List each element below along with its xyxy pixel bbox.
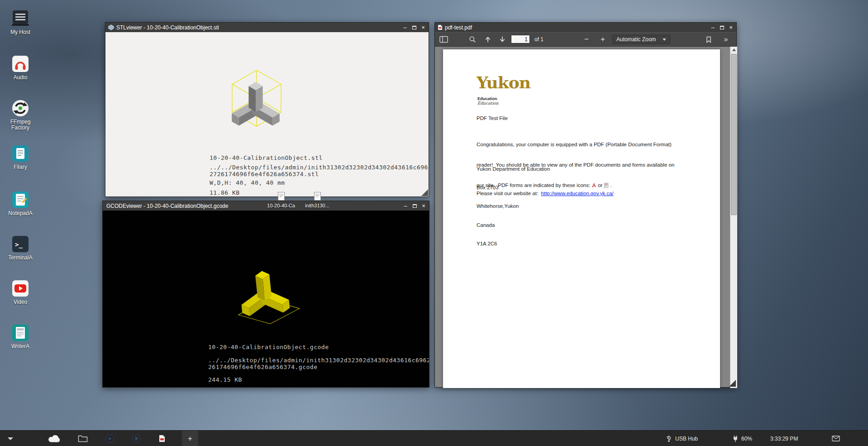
pdf-toolbar: of 1 − + Automatic Zoom » bbox=[435, 32, 736, 47]
usb-hub-label[interactable]: USB Hub bbox=[675, 431, 698, 446]
terminal-icon: >_ bbox=[11, 235, 30, 254]
bookmark-icon[interactable] bbox=[703, 34, 715, 44]
cloud-icon[interactable] bbox=[47, 431, 62, 446]
zoom-dropdown[interactable]: Automatic Zoom bbox=[612, 35, 670, 44]
resize-grip[interactable] bbox=[421, 189, 428, 196]
desktop-file-label: 10-20-40-Ca bbox=[262, 203, 300, 208]
stl-filesize: 11.86 KB bbox=[210, 189, 240, 196]
desktop-icon-label: Video bbox=[4, 299, 37, 305]
gcode-viewport[interactable]: 10-20-40-CalibrationObject.gcode ../../D… bbox=[103, 211, 429, 387]
desktop-icon-writera[interactable]: WriterA bbox=[4, 323, 37, 350]
resize-grip[interactable] bbox=[729, 380, 736, 387]
stl-3d-model bbox=[212, 59, 301, 148]
gcode-3d-model bbox=[220, 249, 310, 339]
search-icon[interactable] bbox=[467, 34, 478, 44]
gcode-window-title: GCODEviewer - 10-20-40-CalibrationObject… bbox=[105, 203, 401, 209]
pdf-address-line: Y1A 2C6 bbox=[477, 241, 550, 247]
close-button[interactable]: × bbox=[419, 201, 428, 211]
pdf-scrollbar[interactable] bbox=[730, 47, 737, 388]
gcode-filesize: 244.15 KB bbox=[208, 376, 242, 383]
taskbar: + USB Hub 60% 3:33:29 PM bbox=[0, 430, 868, 446]
pdf-address-line: Canada bbox=[477, 222, 550, 229]
pdf-window-titlebar[interactable]: pdf-test.pdf – × bbox=[435, 23, 736, 32]
zoom-value: Automatic Zoom bbox=[616, 36, 656, 43]
desktop-icon-audio[interactable]: Audio bbox=[4, 54, 37, 81]
desktop-file-label: inith3130... bbox=[298, 203, 337, 208]
desktop-icon-label: NotepadA bbox=[4, 211, 37, 216]
zoom-in-button[interactable]: + bbox=[597, 34, 609, 44]
zoom-out-button[interactable]: − bbox=[581, 34, 592, 44]
previous-page-button[interactable] bbox=[482, 34, 494, 44]
page-count-label: of 1 bbox=[534, 36, 544, 43]
pdf-content-area: Yukon Education Éducation PDF Test File … bbox=[435, 47, 736, 387]
gcode-filename: 10-20-40-CalibrationObject.gcode bbox=[208, 344, 329, 350]
envelope-icon[interactable] bbox=[832, 431, 840, 446]
scrollbar-thumb[interactable] bbox=[731, 54, 737, 215]
acrobat-pdf-icon bbox=[591, 183, 596, 190]
minimize-button[interactable]: – bbox=[401, 23, 410, 32]
desktop-icon-my-host[interactable]: My Host bbox=[4, 9, 37, 35]
maximize-icon bbox=[413, 204, 417, 208]
stl-window-titlebar[interactable]: STLviewer - 10-20-40-CalibrationObject.s… bbox=[105, 23, 429, 32]
next-page-button[interactable] bbox=[496, 34, 508, 44]
scrollbar-up-arrow[interactable] bbox=[732, 48, 736, 51]
chevron-down-icon bbox=[663, 38, 666, 41]
power-plug-icon bbox=[732, 431, 739, 446]
desktop-icon-filary[interactable]: Filary bbox=[4, 144, 37, 170]
website-link[interactable]: http://www.education.gov.yk.ca/ bbox=[541, 191, 614, 196]
headphones-icon bbox=[11, 54, 30, 73]
file-manager-icon bbox=[11, 144, 30, 163]
video-player-icon bbox=[11, 279, 30, 298]
add-tab-button[interactable]: + bbox=[182, 431, 198, 446]
desktop-file-calibration[interactable]: 10-20-40-Ca bbox=[262, 192, 300, 208]
desktop-file-inith[interactable]: inith3130... bbox=[298, 192, 337, 208]
app-circle-icon-1[interactable] bbox=[105, 431, 114, 446]
stl-path-line2: 2726174696f6e4f626a656374.stl bbox=[210, 171, 319, 177]
battery-percent-label[interactable]: 60% bbox=[741, 431, 752, 446]
desktop-icon-label: My Host bbox=[4, 29, 37, 35]
desktop-icon-ffmpeg-factory[interactable]: FFmpeg Factory bbox=[4, 99, 37, 131]
file-icon bbox=[278, 194, 285, 202]
maximize-icon bbox=[720, 26, 724, 29]
recycle-arrows-icon bbox=[11, 99, 30, 118]
minimize-button[interactable]: – bbox=[708, 23, 717, 32]
maximize-button[interactable] bbox=[717, 23, 726, 32]
minimize-button[interactable]: – bbox=[401, 201, 410, 211]
writer-document-icon bbox=[11, 323, 30, 342]
clock-label[interactable]: 3:33:29 PM bbox=[770, 431, 798, 446]
pdf-document-icon[interactable] bbox=[159, 431, 165, 446]
file-icon bbox=[314, 194, 321, 202]
maximize-icon bbox=[412, 26, 416, 29]
desktop-icon-terminala[interactable]: >_ TerminalA bbox=[4, 235, 37, 261]
notepad-icon bbox=[11, 190, 30, 209]
usb-icon bbox=[666, 431, 672, 446]
pdf-address-block: Yukon Department of Education Box 2703 W… bbox=[477, 153, 550, 260]
stl-dimensions: W,D,H: 40, 40, 40 mm bbox=[210, 179, 285, 186]
pdf-app-icon bbox=[438, 24, 443, 30]
stl-viewer-window: STLviewer - 10-20-40-CalibrationObject.s… bbox=[105, 22, 429, 197]
sidebar-toggle-button[interactable] bbox=[438, 34, 449, 44]
desktop-icon-label: TerminalA bbox=[4, 255, 37, 261]
toolbar-more-chevron[interactable]: » bbox=[720, 34, 732, 44]
stl-viewport[interactable]: 10-20-40-CalibrationObject.stl ../../Des… bbox=[105, 32, 429, 197]
pdf-address-line: Yukon Department of Education bbox=[477, 166, 550, 173]
maximize-button[interactable] bbox=[410, 201, 419, 211]
maximize-button[interactable] bbox=[410, 23, 419, 32]
gcode-viewer-window: GCODEviewer - 10-20-40-CalibrationObject… bbox=[102, 201, 429, 388]
close-button[interactable]: × bbox=[726, 23, 735, 32]
desktop-icon-notepada[interactable]: NotepadA bbox=[4, 190, 37, 216]
desktop-icon-label: WriterA bbox=[4, 344, 37, 350]
page-number-input[interactable] bbox=[511, 35, 530, 43]
desktop-icon-label: Audio bbox=[4, 75, 37, 81]
computer-icon bbox=[11, 9, 30, 28]
gcode-path-line2: 26174696f6e4f626a656374.gcode bbox=[208, 364, 317, 370]
desktop-icon-video[interactable]: Video bbox=[4, 279, 37, 305]
stl-app-icon bbox=[108, 24, 114, 30]
taskbar-menu-chevron[interactable] bbox=[7, 431, 14, 446]
close-button[interactable]: × bbox=[419, 23, 428, 32]
desktop: My Host Audio FFmpeg Factory Filary Note… bbox=[0, 0, 868, 446]
app-circle-icon-2[interactable] bbox=[132, 431, 141, 446]
pdf-heading: PDF Test File bbox=[477, 115, 508, 121]
pdf-website-line: Please visit our website at: http://www.… bbox=[477, 191, 614, 196]
folder-icon[interactable] bbox=[78, 431, 88, 446]
